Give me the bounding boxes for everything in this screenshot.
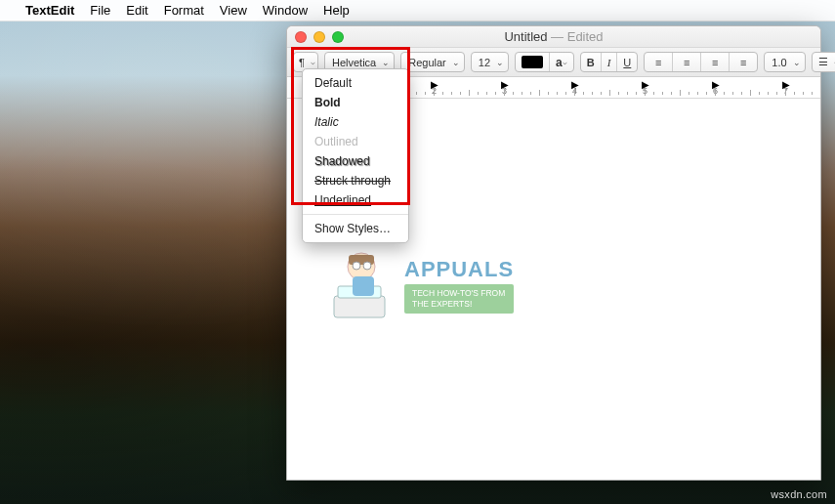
style-item-italic[interactable]: Italic (303, 112, 408, 132)
system-menubar: TextEdit File Edit Format View Window He… (0, 0, 835, 21)
list-icon: ☰ (818, 56, 828, 68)
align-justify-icon: ≡ (735, 57, 751, 68)
align-left-icon: ≡ (650, 57, 666, 68)
text-color-control[interactable]: a⌵ (515, 52, 574, 72)
line-spacing-select[interactable]: 1.0⌄ (764, 52, 805, 72)
menu-edit[interactable]: Edit (126, 3, 147, 18)
pilcrow-icon: ¶ (299, 57, 305, 68)
show-styles-item[interactable]: Show Styles… (303, 219, 408, 238)
align-right-button[interactable]: ≡ (700, 53, 729, 71)
align-justify-button[interactable]: ≡ (729, 53, 757, 71)
align-center-button[interactable]: ≡ (672, 53, 700, 71)
font-size-select[interactable]: 12⌄ (471, 52, 509, 72)
underline-button[interactable]: U (616, 53, 637, 71)
app-menu[interactable]: TextEdit (25, 3, 74, 18)
menu-view[interactable]: View (220, 3, 247, 18)
font-weight-select[interactable]: Regular⌄ (400, 52, 465, 72)
menu-window[interactable]: Window (263, 3, 308, 18)
menu-format[interactable]: Format (164, 3, 204, 18)
window-titlebar[interactable]: Untitled — Edited (287, 26, 820, 48)
style-item-underlined[interactable]: Underlined (303, 190, 408, 210)
text-align-group: ≡ ≡ ≡ ≡ (644, 52, 758, 72)
align-center-icon: ≡ (679, 57, 694, 68)
style-item-struck[interactable]: Struck through (303, 171, 408, 190)
menu-help[interactable]: Help (323, 3, 350, 18)
window-title: Untitled — Edited (287, 29, 820, 44)
minimize-button[interactable] (313, 31, 325, 43)
close-button[interactable] (295, 31, 307, 43)
list-style-select[interactable]: ☰⌵ (812, 52, 835, 72)
style-item-bold[interactable]: Bold (303, 93, 408, 112)
style-item-shadowed[interactable]: Shadowed (303, 151, 408, 171)
styles-dropdown: Default Bold Italic Outlined Shadowed St… (302, 68, 409, 243)
source-label: wsxdn.com (771, 488, 827, 500)
zoom-button[interactable] (332, 31, 344, 43)
text-color-icon: a (556, 56, 563, 69)
align-left-button[interactable]: ≡ (645, 53, 672, 71)
text-style-group: B I U (580, 52, 639, 72)
color-swatch-icon (522, 56, 543, 68)
italic-button[interactable]: I (601, 53, 617, 71)
menu-file[interactable]: File (90, 3, 110, 18)
align-right-icon: ≡ (707, 57, 723, 68)
bold-button[interactable]: B (581, 53, 601, 71)
style-item-default[interactable]: Default (303, 73, 408, 93)
style-item-outlined: Outlined (303, 132, 408, 151)
